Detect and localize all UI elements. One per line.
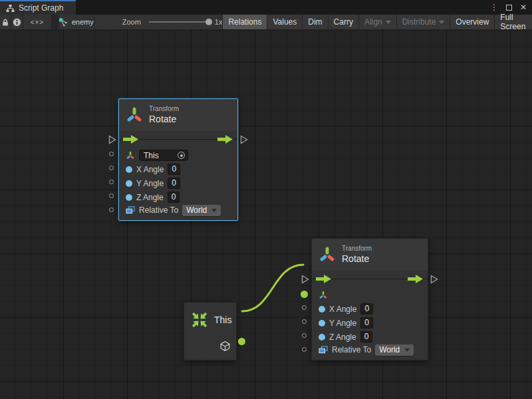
flow-input-port[interactable] bbox=[301, 275, 309, 284]
flow-input-port[interactable] bbox=[108, 135, 116, 144]
enum-type-icon bbox=[126, 206, 135, 214]
chevron-down-icon bbox=[404, 348, 410, 352]
float-type-icon bbox=[126, 194, 132, 201]
relative-to-dropdown[interactable]: World bbox=[375, 344, 414, 356]
node-title: Rotate bbox=[342, 253, 372, 265]
info-button[interactable] bbox=[11, 15, 23, 29]
connection-edge[interactable] bbox=[242, 265, 303, 311]
zoom-control: Zoom 1x bbox=[94, 15, 223, 29]
y-angle-port[interactable] bbox=[302, 319, 307, 324]
carry-button[interactable]: Carry bbox=[328, 15, 358, 29]
x-angle-input[interactable]: 0 bbox=[360, 303, 373, 315]
z-angle-input[interactable]: 0 bbox=[168, 192, 180, 203]
z-angle-port[interactable] bbox=[109, 194, 114, 198]
tab-title: Script Graph bbox=[19, 3, 63, 13]
relations-button[interactable]: Relations bbox=[222, 15, 267, 29]
y-angle-input[interactable]: 0 bbox=[168, 178, 180, 189]
graph-breadcrumb[interactable]: enemy bbox=[59, 15, 94, 29]
info-icon bbox=[13, 18, 21, 27]
relative-to-row: Relative To World bbox=[119, 204, 237, 220]
flow-output-port[interactable] bbox=[240, 135, 248, 144]
x-angle-port[interactable] bbox=[302, 305, 307, 310]
window-close-button[interactable]: ✕ bbox=[517, 1, 529, 13]
window-maximize-button[interactable] bbox=[503, 1, 515, 13]
float-type-icon bbox=[319, 320, 325, 327]
node-category: Transform bbox=[149, 105, 179, 114]
chevron-down-icon bbox=[439, 21, 444, 24]
fullscreen-button[interactable]: Full Screen bbox=[494, 15, 532, 29]
node-header[interactable]: Transform Rotate bbox=[119, 99, 237, 131]
target-port-connected[interactable] bbox=[301, 291, 308, 298]
toggle-values-button[interactable]: <×> bbox=[23, 15, 52, 29]
self-output-port[interactable] bbox=[238, 338, 245, 345]
toolbar: <×> enemy Zoom 1x Relations Values Dim C… bbox=[0, 15, 532, 29]
flow-output-port[interactable] bbox=[430, 275, 438, 284]
script-graph-window: Script Graph ⋮ ✕ <×> bbox=[0, 0, 532, 399]
gameobject-cube-icon bbox=[219, 340, 231, 352]
zoom-label: Zoom bbox=[122, 18, 141, 26]
object-picker-icon[interactable] bbox=[178, 152, 185, 159]
relative-to-dropdown[interactable]: World bbox=[182, 205, 221, 216]
float-type-icon bbox=[126, 180, 132, 187]
target-field[interactable]: This bbox=[139, 150, 188, 161]
y-angle-row: Y Angle 0 bbox=[119, 176, 237, 190]
x-angle-row: X Angle 0 bbox=[119, 162, 237, 176]
z-angle-port[interactable] bbox=[302, 333, 307, 338]
z-angle-row: Z Angle 0 bbox=[312, 330, 428, 344]
node-rotate-1[interactable]: Transform Rotate bbox=[118, 98, 238, 221]
flow-in-arrow-icon bbox=[123, 135, 139, 144]
zoom-slider-handle[interactable] bbox=[205, 19, 212, 25]
window-menu-button[interactable]: ⋮ bbox=[488, 1, 500, 13]
relative-to-port[interactable] bbox=[302, 347, 307, 352]
x-angle-row: X Angle 0 bbox=[312, 302, 428, 316]
transform-icon bbox=[126, 106, 143, 124]
node-header[interactable]: Transform Rotate bbox=[312, 239, 428, 271]
relative-to-port[interactable] bbox=[109, 207, 114, 212]
zoom-slider[interactable] bbox=[149, 21, 209, 23]
float-type-icon bbox=[319, 306, 325, 313]
node-title: Rotate bbox=[149, 114, 179, 126]
align-button[interactable]: Align bbox=[358, 15, 396, 29]
chevron-down-icon bbox=[386, 21, 391, 24]
graph-canvas[interactable]: Transform Rotate bbox=[0, 29, 532, 399]
node-category: Transform bbox=[342, 245, 372, 253]
values-button[interactable]: Values bbox=[267, 15, 302, 29]
overview-button[interactable]: Overview bbox=[450, 15, 494, 29]
z-angle-input[interactable]: 0 bbox=[360, 331, 373, 342]
edges-layer bbox=[0, 29, 532, 399]
dim-button[interactable]: Dim bbox=[302, 15, 327, 29]
zoom-value: 1x bbox=[215, 18, 223, 26]
y-angle-input[interactable]: 0 bbox=[360, 317, 373, 329]
float-type-icon bbox=[319, 334, 325, 340]
lock-button[interactable] bbox=[0, 15, 11, 29]
flow-row bbox=[119, 131, 237, 148]
z-angle-row: Z Angle 0 bbox=[119, 190, 237, 204]
chevron-down-icon bbox=[211, 209, 217, 212]
self-arrows-icon bbox=[190, 310, 209, 330]
x-angle-input[interactable]: 0 bbox=[168, 164, 180, 175]
node-this[interactable]: This bbox=[184, 302, 237, 360]
lock-icon bbox=[1, 18, 9, 27]
target-row: This bbox=[119, 148, 237, 162]
node-rotate-2[interactable]: Transform Rotate bbox=[311, 238, 428, 360]
flow-in-arrow-icon bbox=[316, 275, 332, 283]
maximize-icon bbox=[506, 5, 512, 11]
distribute-button[interactable]: Distribute bbox=[396, 15, 450, 29]
y-angle-row: Y Angle 0 bbox=[312, 316, 428, 330]
flow-row bbox=[312, 271, 428, 288]
x-angle-port[interactable] bbox=[109, 166, 114, 170]
tab-bar: Script Graph ⋮ ✕ bbox=[0, 0, 532, 15]
toolbar-gap bbox=[52, 15, 59, 29]
transform-mini-icon bbox=[126, 151, 135, 160]
target-row bbox=[312, 288, 428, 302]
graph-icon bbox=[6, 4, 15, 13]
y-angle-port[interactable] bbox=[109, 180, 114, 184]
node-title: This bbox=[214, 315, 231, 325]
relative-to-row: Relative To World bbox=[312, 344, 428, 360]
flow-out-arrow-icon bbox=[217, 135, 233, 144]
tab-script-graph[interactable]: Script Graph bbox=[0, 0, 76, 15]
flow-out-arrow-icon bbox=[408, 275, 424, 283]
graph-asset-icon bbox=[59, 17, 68, 27]
enum-type-icon bbox=[319, 346, 328, 354]
target-port[interactable] bbox=[109, 152, 114, 156]
